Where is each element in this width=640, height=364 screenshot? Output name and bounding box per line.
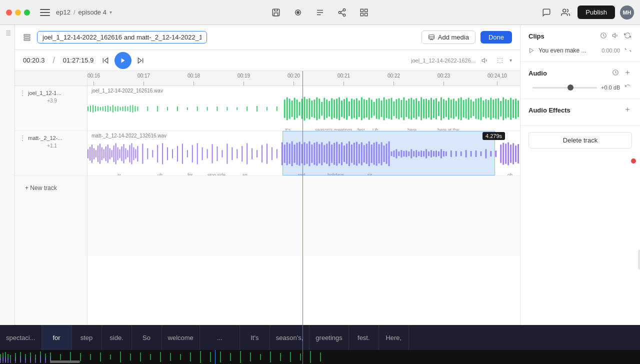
svg-rect-125: [440, 98, 442, 120]
svg-rect-6: [360, 9, 363, 12]
svg-rect-60: [266, 107, 268, 110]
ruler-mark-00-23: 00:23: [438, 71, 450, 86]
svg-rect-53: [197, 106, 198, 111]
close-button[interactable]: [6, 10, 12, 16]
svg-rect-200: [226, 144, 228, 164]
svg-rect-95: [366, 100, 368, 118]
svg-rect-118: [423, 99, 424, 118]
editor: Add media Done 00:20.3 / 01:27:15.9: [0, 25, 640, 364]
svg-rect-43: [128, 106, 128, 111]
svg-rect-143: [485, 99, 486, 118]
svg-rect-232: [334, 143, 335, 165]
svg-rect-130: [453, 98, 454, 118]
settings-icon[interactable]: [494, 55, 506, 66]
maximize-button[interactable]: [24, 10, 30, 16]
clips-clock-icon[interactable]: [599, 31, 608, 42]
svg-rect-221: [306, 144, 308, 164]
new-track-button[interactable]: + New track: [19, 179, 63, 197]
svg-rect-253: [386, 144, 388, 164]
svg-rect-239: [351, 144, 352, 163]
play-button[interactable]: [114, 52, 132, 69]
episode-name[interactable]: episode 4: [78, 8, 106, 16]
skip-back-button[interactable]: [100, 54, 112, 66]
svg-rect-210: [276, 149, 278, 158]
track1-content[interactable]: joel_1_12-14-2022_162616.wav: [88, 86, 520, 131]
svg-rect-69: [302, 98, 303, 118]
minimize-button[interactable]: [15, 10, 21, 16]
audio-effects-header: Audio Effects: [528, 105, 632, 116]
text-icon[interactable]: [313, 6, 327, 20]
menu-icon[interactable]: [38, 6, 52, 20]
audio-clock-icon[interactable]: [611, 68, 620, 78]
track2-menu-dots[interactable]: ⋮: [19, 134, 26, 142]
svg-rect-339: [270, 352, 271, 362]
clips-volume-icon[interactable]: [611, 31, 620, 42]
settings-chevron-icon[interactable]: ▾: [510, 58, 512, 63]
delete-track-button[interactable]: Delete track: [528, 132, 632, 148]
clips-title: Clips: [528, 32, 544, 40]
svg-rect-44: [130, 106, 131, 112]
grid-icon[interactable]: [357, 6, 371, 20]
svg-rect-63: [286, 98, 288, 120]
svg-rect-330: [180, 354, 181, 360]
people-icon[interactable]: [558, 6, 572, 20]
transcript-word-11: Here,: [379, 325, 409, 350]
record-icon[interactable]: [291, 6, 305, 20]
svg-rect-342: [300, 354, 301, 360]
chat-icon[interactable]: [540, 6, 554, 20]
clip-sync-icon[interactable]: [624, 46, 632, 56]
audio-volume-slider[interactable]: [532, 87, 597, 88]
svg-rect-148: [498, 98, 499, 119]
svg-rect-103: [386, 100, 388, 118]
share-icon[interactable]: [335, 6, 349, 20]
track2-content[interactable]: matt-_2_12-14-2022_132616.wav 4.279s: [88, 131, 520, 176]
breadcrumb-sep: /: [74, 8, 76, 16]
svg-rect-64: [289, 98, 290, 118]
svg-rect-182: [137, 146, 138, 162]
titlebar-center-icons: [269, 6, 371, 20]
volume-icon[interactable]: [480, 55, 490, 66]
svg-rect-75: [316, 98, 318, 120]
svg-rect-332: [200, 351, 201, 363]
audio-reset-icon[interactable]: [624, 82, 632, 92]
track1-waveform: [88, 95, 520, 122]
add-media-button[interactable]: Add media: [422, 30, 476, 44]
svg-rect-172: [118, 148, 118, 160]
episode-chevron-icon[interactable]: ▾: [110, 10, 112, 15]
svg-rect-318: [60, 354, 61, 360]
clip-name-input[interactable]: [37, 31, 207, 44]
skip-forward-button[interactable]: [134, 54, 146, 66]
done-button[interactable]: Done: [480, 31, 512, 44]
svg-rect-86: [344, 99, 345, 118]
svg-rect-214: [289, 144, 290, 164]
svg-rect-34: [105, 106, 106, 112]
svg-rect-136: [468, 98, 470, 120]
audio-effects-add-icon[interactable]: [623, 105, 632, 116]
svg-rect-89: [351, 98, 352, 118]
clips-sync-icon[interactable]: [623, 31, 632, 42]
tracks-scroll[interactable]: 00:16 00:17 00:18 00:19: [88, 71, 520, 364]
svg-rect-276: [443, 151, 444, 156]
publish-button[interactable]: Publish: [578, 6, 615, 19]
svg-rect-110: [403, 98, 404, 120]
svg-rect-184: [147, 148, 148, 160]
svg-rect-147: [495, 98, 496, 118]
svg-rect-167: [108, 144, 108, 163]
svg-rect-267: [420, 150, 422, 157]
svg-rect-35: [108, 106, 108, 112]
svg-rect-192: [187, 150, 188, 158]
svg-rect-36: [110, 106, 111, 111]
svg-rect-52: [187, 108, 188, 110]
panel-resize-handle[interactable]: [638, 250, 640, 270]
svg-rect-181: [135, 149, 136, 158]
svg-rect-121: [430, 98, 432, 120]
track1-menu-dots[interactable]: ⋮: [19, 89, 26, 97]
waveform-mini[interactable]: [0, 350, 640, 364]
empty-track-area[interactable]: [88, 176, 520, 256]
audio-add-icon[interactable]: [623, 68, 632, 78]
mini-scrollbar-thumb[interactable]: [50, 360, 80, 363]
save-icon[interactable]: [269, 6, 283, 20]
svg-rect-268: [423, 151, 424, 156]
svg-rect-187: [162, 143, 163, 164]
svg-rect-115: [416, 98, 417, 119]
